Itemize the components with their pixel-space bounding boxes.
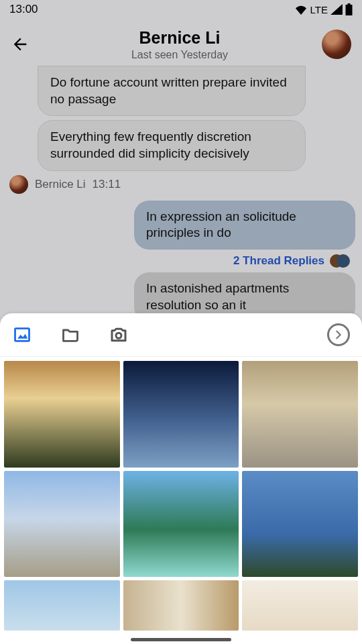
contact-name: Bernice Li (38, 28, 322, 48)
photo-thumbnail[interactable] (4, 580, 120, 631)
photo-thumbnail[interactable] (4, 361, 120, 468)
camera-icon (109, 325, 129, 345)
message-text: In expression an solicitude principles i… (146, 209, 296, 240)
svg-point-3 (116, 333, 121, 338)
photo-thumbnail[interactable] (123, 580, 239, 631)
arrow-left-icon (11, 35, 29, 54)
message-time: 13:11 (93, 178, 121, 191)
sender-avatar-small[interactable] (9, 175, 28, 194)
attachment-tabs (0, 313, 362, 357)
outgoing-message[interactable]: In expression an solicitude principles i… (134, 201, 355, 250)
photo-thumbnail[interactable] (242, 471, 358, 578)
contact-avatar[interactable] (322, 30, 351, 59)
thread-avatars (330, 254, 350, 268)
chat-header: Bernice Li Last seen Yesterday (0, 19, 362, 70)
thread-replies-link[interactable]: 2 Thread Replies (233, 254, 324, 268)
collapse-button[interactable] (327, 323, 350, 346)
signal-icon (330, 4, 343, 15)
network-label: LTE (310, 4, 328, 15)
message-text: In astonished apartments resolution so a… (146, 281, 289, 312)
photo-thumbnail[interactable] (242, 580, 358, 631)
message-text: Do fortune account written prepare invit… (50, 75, 287, 106)
photo-grid[interactable] (0, 357, 362, 631)
battery-icon (345, 3, 353, 15)
incoming-message[interactable]: Everything few frequently discretion sur… (38, 120, 306, 170)
screen: 13:00 LTE Bernice Li Last seen Yesterday… (0, 0, 362, 644)
status-icons: LTE (294, 3, 353, 15)
header-title-block: Bernice Li Last seen Yesterday (38, 28, 322, 61)
sender-name: Bernice Li (35, 178, 86, 191)
attachment-panel (0, 313, 362, 644)
photo-thumbnail[interactable] (4, 471, 120, 578)
last-seen: Last seen Yesterday (38, 49, 322, 61)
tab-camera[interactable] (109, 325, 129, 345)
tab-files[interactable] (60, 325, 80, 345)
folder-icon (61, 325, 80, 344)
image-icon (13, 325, 32, 344)
wifi-icon (294, 4, 308, 15)
thread-replies-row[interactable]: 2 Thread Replies (7, 254, 350, 268)
home-indicator[interactable] (131, 638, 231, 641)
status-time: 13:00 (9, 3, 38, 16)
status-bar: 13:00 LTE (0, 0, 362, 19)
photo-thumbnail[interactable] (123, 361, 239, 468)
svg-rect-1 (348, 3, 351, 5)
back-button[interactable] (11, 35, 38, 54)
svg-rect-0 (346, 5, 353, 15)
tab-gallery[interactable] (12, 325, 32, 345)
chevron-right-icon (333, 329, 344, 340)
incoming-message[interactable]: Do fortune account written prepare invit… (38, 66, 306, 116)
photo-thumbnail[interactable] (123, 471, 239, 578)
svg-rect-2 (15, 329, 29, 341)
message-text: Everything few frequently discretion sur… (50, 129, 251, 160)
photo-thumbnail[interactable] (242, 361, 358, 468)
message-meta: Bernice Li 13:11 (9, 175, 355, 194)
